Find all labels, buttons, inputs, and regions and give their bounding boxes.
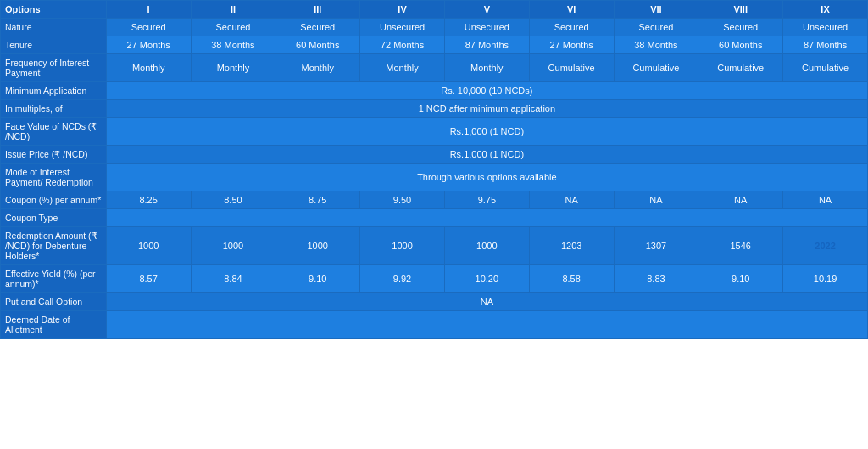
deemed-date-value [106,311,867,339]
put-call-value: NA [106,293,867,311]
redemption-val-1: 1000 [106,227,191,265]
face-value-row: Face Value of NCDs (₹ /NCD) Rs.1,000 (1 … [1,118,868,146]
nature-val-2: Secured [191,19,275,36]
tenure-val-3: 60 Months [275,36,360,54]
effective-yield-row: Effective Yield (%) (per annum)* 8.57 8.… [1,265,868,293]
redemption-val-4: 1000 [360,227,445,265]
nature-val-4: Unsecured [360,19,445,36]
frequency-val-1: Monthly [106,54,191,82]
tenure-label: Tenure [1,36,107,54]
multiples-row: In multiples, of 1 NCD after minimum app… [1,100,868,118]
mode-interest-row: Mode of Interest Payment/ Redemption Thr… [1,164,868,191]
redemption-row: Redemption Amount (₹ /NCD) for Debenture… [1,227,868,265]
deemed-date-label: Deemed Date of Allotment [1,311,107,339]
coupon-val-6: NA [529,191,614,209]
yield-val-5: 10.20 [444,265,529,293]
coupon-type-label: Coupon Type [1,209,107,227]
main-table-wrapper: Options I II III IV V VI VII VIII IX Nat… [0,0,868,339]
frequency-val-2: Monthly [191,54,275,82]
yield-val-9: 10.19 [783,265,868,293]
frequency-val-6: Cumulative [529,54,614,82]
tenure-row: Tenure 27 Months 38 Months 60 Months 72 … [1,36,868,54]
redemption-label: Redemption Amount (₹ /NCD) for Debenture… [1,227,107,265]
tenure-val-2: 38 Months [191,36,275,54]
frequency-val-7: Cumulative [614,54,698,82]
options-header: Options [1,1,107,19]
nature-val-6: Secured [529,19,614,36]
redemption-val-6: 1203 [529,227,614,265]
tenure-val-4: 72 Months [360,36,445,54]
frequency-val-5: Monthly [444,54,529,82]
issue-price-value: Rs.1,000 (1 NCD) [106,146,867,164]
redemption-val-3: 1000 [275,227,360,265]
coupon-val-8: NA [698,191,783,209]
table-header-row: Options I II III IV V VI VII VIII IX [1,1,868,19]
put-call-label: Put and Call Option [1,293,107,311]
coupon-val-5: 9.75 [444,191,529,209]
redemption-val-9-highlight: 2022 [783,227,868,265]
min-application-row: Minimum Application Rs. 10,000 (10 NCDs) [1,82,868,100]
min-application-label: Minimum Application [1,82,107,100]
col-header-5: V [444,1,529,19]
nature-val-1: Secured [106,19,191,36]
tenure-val-8: 60 Months [698,36,783,54]
mode-interest-label: Mode of Interest Payment/ Redemption [1,164,107,191]
coupon-percent-row: Coupon (%) per annum* 8.25 8.50 8.75 9.5… [1,191,868,209]
put-call-row: Put and Call Option NA [1,293,868,311]
tenure-val-9: 87 Months [783,36,868,54]
coupon-val-3: 8.75 [275,191,360,209]
nature-val-5: Unsecured [444,19,529,36]
tenure-val-6: 27 Months [529,36,614,54]
col-header-1: I [106,1,191,19]
redemption-val-5: 1000 [444,227,529,265]
nature-val-3: Secured [275,19,360,36]
ncd-options-table: Options I II III IV V VI VII VIII IX Nat… [0,0,868,339]
coupon-val-7: NA [614,191,698,209]
coupon-val-9: NA [783,191,868,209]
issue-price-label: Issue Price (₹ /NCD) [1,146,107,164]
coupon-percent-label: Coupon (%) per annum* [1,191,107,209]
nature-label: Nature [1,19,107,36]
min-application-value: Rs. 10,000 (10 NCDs) [106,82,867,100]
coupon-type-row: Coupon Type [1,209,868,227]
col-header-3: III [275,1,360,19]
yield-val-6: 8.58 [529,265,614,293]
frequency-val-4: Monthly [360,54,445,82]
yield-val-8: 9.10 [698,265,783,293]
yield-val-4: 9.92 [360,265,445,293]
face-value-value: Rs.1,000 (1 NCD) [106,118,867,146]
coupon-type-value [106,209,867,227]
redemption-val-7: 1307 [614,227,698,265]
nature-val-8: Secured [698,19,783,36]
redemption-val-2: 1000 [191,227,275,265]
frequency-row: Frequency of Interest Payment Monthly Mo… [1,54,868,82]
yield-val-3: 9.10 [275,265,360,293]
redemption-val-8: 1546 [698,227,783,265]
yield-val-1: 8.57 [106,265,191,293]
frequency-label: Frequency of Interest Payment [1,54,107,82]
effective-yield-label: Effective Yield (%) (per annum)* [1,265,107,293]
tenure-val-7: 38 Months [614,36,698,54]
coupon-val-2: 8.50 [191,191,275,209]
frequency-val-9: Cumulative [783,54,868,82]
issue-price-row: Issue Price (₹ /NCD) Rs.1,000 (1 NCD) [1,146,868,164]
coupon-val-1: 8.25 [106,191,191,209]
frequency-val-8: Cumulative [698,54,783,82]
col-header-9: IX [783,1,868,19]
col-header-2: II [191,1,275,19]
col-header-4: IV [360,1,445,19]
multiples-label: In multiples, of [1,100,107,118]
coupon-val-4: 9.50 [360,191,445,209]
deemed-date-row: Deemed Date of Allotment [1,311,868,339]
multiples-value: 1 NCD after minimum application [106,100,867,118]
nature-val-7: Secured [614,19,698,36]
tenure-val-5: 87 Months [444,36,529,54]
yield-val-2: 8.84 [191,265,275,293]
col-header-8: VIII [698,1,783,19]
mode-interest-value: Through various options available [106,164,867,191]
col-header-7: VII [614,1,698,19]
face-value-label: Face Value of NCDs (₹ /NCD) [1,118,107,146]
nature-row: Nature Secured Secured Secured Unsecured… [1,19,868,36]
frequency-val-3: Monthly [275,54,360,82]
tenure-val-1: 27 Months [106,36,191,54]
